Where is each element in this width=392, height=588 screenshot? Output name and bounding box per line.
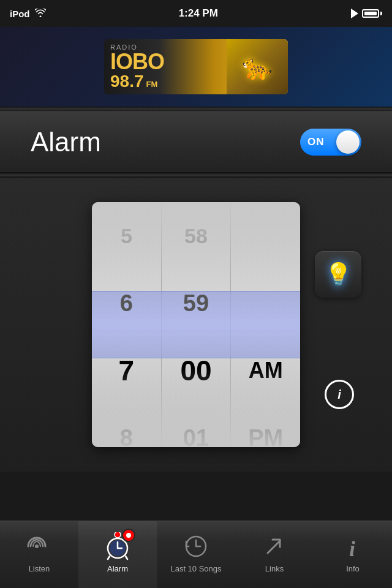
picker-hour-item: 8: [92, 404, 161, 447]
svg-text:i: i: [349, 537, 355, 559]
alarm-section: Alarm ON: [0, 111, 392, 173]
cat-icon: 🐆: [242, 53, 273, 81]
info-circle-icon: i: [325, 380, 354, 409]
bulb-icon: 💡: [325, 262, 352, 287]
picker-hour-selected: 7: [92, 337, 161, 404]
picker-minutes-column[interactable]: 58 59 00 01 02: [162, 202, 232, 447]
status-time: 1:24 PM: [179, 7, 218, 20]
device-label: iPod: [10, 9, 30, 19]
svg-point-5: [115, 532, 121, 538]
tab-info-icon-wrap: i: [337, 531, 368, 562]
section-separator-2: [0, 173, 392, 178]
battery-icon: [362, 9, 382, 18]
alarm-badge: [122, 529, 135, 542]
ad-frequency: 98.7: [110, 73, 144, 90]
tab-alarm-label: Alarm: [107, 564, 128, 573]
wifi-icon: [35, 9, 46, 19]
tab-history-icon-wrap: [181, 531, 211, 562]
tab-listen-icon-wrap: [24, 531, 55, 562]
picker-period-item: PM: [231, 404, 300, 447]
tab-links-label: Links: [265, 564, 284, 573]
section-separator-1: [0, 107, 392, 111]
svg-line-11: [268, 541, 280, 553]
ad-cat-image: 🐆: [227, 39, 288, 94]
picker-minute-item: 59: [162, 270, 231, 337]
toggle-on-label: ON: [307, 136, 325, 148]
tab-last10songs[interactable]: Last 10 Songs: [157, 521, 235, 588]
picker-minute-item: 01: [162, 404, 231, 447]
picker-hour-item: 5: [92, 202, 161, 270]
picker-period-item: [231, 202, 300, 270]
tab-listen-label: Listen: [29, 564, 50, 573]
ad-content: RADIO IOBO 98.7 FM 🐆: [104, 39, 288, 94]
play-icon: [351, 9, 358, 18]
picker-period-column[interactable]: AM PM: [231, 202, 300, 447]
svg-line-7: [126, 556, 127, 559]
history-clock-icon: [184, 534, 208, 559]
status-bar: iPod 1:24 PM: [0, 0, 392, 27]
status-right: [351, 9, 382, 18]
listen-waves-icon: [26, 535, 53, 557]
tab-bar: Listen Alarm: [0, 521, 392, 588]
ad-fm-label: FM: [146, 80, 158, 89]
picker-period-item: [231, 270, 300, 337]
picker-hour-item: 6: [92, 270, 161, 337]
picker-period-selected: AM: [231, 337, 300, 404]
picker-section: 5 6 7 8 9 58 59 00 01 02 AM PM 💡 i: [0, 178, 392, 472]
toggle-knob: [336, 130, 360, 154]
picker-minute-selected: 00: [162, 337, 231, 404]
time-picker[interactable]: 5 6 7 8 9 58 59 00 01 02 AM PM: [92, 202, 300, 447]
svg-point-0: [35, 545, 39, 548]
tab-alarm-icon-wrap: [102, 531, 133, 562]
tab-last10songs-label: Last 10 Songs: [170, 564, 221, 573]
alarm-label: Alarm: [31, 127, 101, 157]
tab-info[interactable]: i Info: [314, 521, 392, 588]
picker-minute-item: 58: [162, 202, 231, 270]
light-button[interactable]: 💡: [315, 251, 361, 298]
ad-banner[interactable]: RADIO IOBO 98.7 FM 🐆: [0, 27, 392, 107]
svg-line-6: [108, 556, 110, 559]
tab-info-label: Info: [346, 564, 360, 573]
tab-links-icon-wrap: [259, 531, 290, 562]
status-left: iPod: [10, 9, 46, 19]
alarm-toggle[interactable]: ON: [300, 129, 361, 156]
badge-dot: [126, 533, 131, 538]
tab-links[interactable]: Links: [235, 521, 314, 588]
links-arrow-icon: [263, 535, 286, 558]
info-circle-button[interactable]: i: [323, 379, 355, 410]
info-tab-icon: i: [342, 534, 364, 559]
picker-hours-column[interactable]: 5 6 7 8 9: [92, 202, 162, 447]
info-circle-label: i: [337, 388, 341, 402]
tab-listen[interactable]: Listen: [0, 521, 78, 588]
tab-alarm[interactable]: Alarm: [78, 521, 157, 588]
